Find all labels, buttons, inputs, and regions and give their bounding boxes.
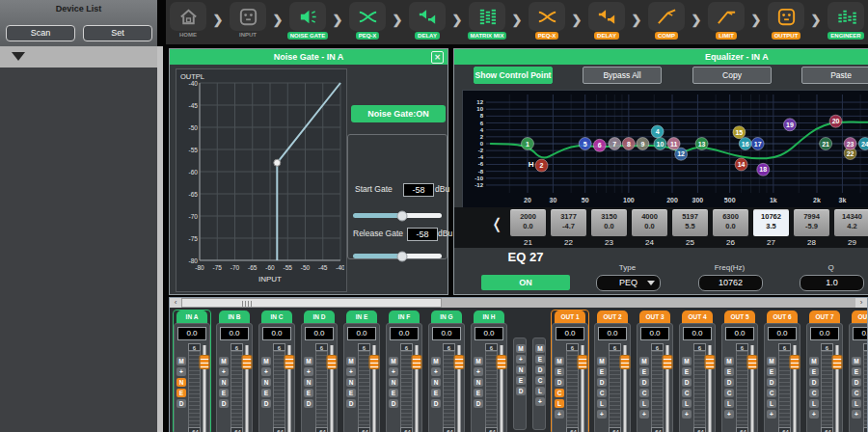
master-button[interactable]: E [516, 376, 526, 385]
comp-button[interactable]: C [852, 389, 861, 397]
toolbar-item-noise-gate[interactable]: NOISE GATE [285, 0, 330, 40]
limit-button[interactable]: L [724, 399, 734, 408]
channel-tab[interactable]: OUT 8 [852, 310, 868, 323]
channel-tab[interactable]: OUT 3 [639, 310, 670, 323]
start-gate-slider-knob[interactable] [396, 210, 407, 221]
band-box-28[interactable]: 7994-5.9 [794, 209, 829, 236]
eq-button[interactable]: E [261, 389, 271, 397]
delay-button[interactable]: D [176, 399, 186, 408]
noisegate-button[interactable]: N [176, 378, 186, 387]
link-button[interactable]: + [261, 367, 271, 376]
mute-button[interactable]: M [219, 357, 229, 365]
delay-button[interactable]: D [767, 378, 776, 387]
noise-gate-power-button[interactable]: Noise Gate:ON [351, 105, 446, 122]
mute-button[interactable]: M [809, 357, 819, 365]
toolbar-item-home[interactable]: HOME [166, 0, 210, 38]
delay-button[interactable]: D [304, 399, 313, 408]
close-icon[interactable] [431, 51, 444, 64]
mute-button[interactable]: M [724, 357, 734, 365]
gain-value[interactable]: 0.0 [725, 327, 754, 340]
noisegate-button[interactable]: N [304, 378, 313, 387]
mute-button[interactable]: M [431, 357, 441, 365]
eq-point-7[interactable]: 7 [609, 138, 621, 150]
gain-value[interactable]: 0.0 [262, 327, 291, 340]
delay-button[interactable]: D [389, 399, 398, 408]
toolbar-item-delay[interactable]: DELAY [584, 0, 629, 40]
band-box-23[interactable]: 31500.0 [591, 209, 627, 236]
limit-button[interactable]: L [809, 399, 819, 408]
delay-button[interactable]: D [431, 399, 441, 408]
scroll-right-icon[interactable] [855, 298, 867, 308]
channel-tab[interactable]: IN C [261, 310, 292, 323]
link-button[interactable]: + [389, 367, 398, 376]
master-button[interactable]: + [535, 397, 545, 406]
channel-tab[interactable]: IN B [219, 310, 250, 323]
release-gate-value[interactable]: -58 [407, 228, 438, 241]
mixer-scrollbar-thumb[interactable] [181, 298, 442, 308]
eq-point-16[interactable]: 16 [739, 138, 751, 150]
release-gate-slider[interactable] [353, 254, 442, 258]
limit-button[interactable]: L [555, 399, 564, 408]
master-button[interactable]: E [535, 355, 545, 364]
band-box-25[interactable]: 51975.5 [672, 209, 708, 236]
limit-button[interactable]: L [639, 399, 649, 408]
channel-tab[interactable]: IN D [304, 310, 335, 323]
gain-value[interactable]: 0.0 [683, 327, 712, 340]
gain-value[interactable]: 0.0 [640, 327, 669, 340]
link-button[interactable]: + [724, 410, 734, 418]
eq-button[interactable]: E [809, 367, 819, 376]
fader-handle[interactable] [241, 355, 252, 369]
fader-handle[interactable] [496, 355, 506, 369]
mute-button[interactable]: M [176, 357, 186, 365]
eq-button[interactable]: E [389, 389, 398, 397]
gain-value[interactable]: 0.0 [305, 327, 334, 340]
channel-tab[interactable]: OUT 4 [682, 310, 713, 323]
master-button[interactable]: C [535, 376, 545, 385]
noisegate-button[interactable]: N [261, 378, 271, 387]
channel-tab[interactable]: OUT 6 [767, 310, 798, 323]
channel-fader[interactable] [243, 343, 250, 432]
channel-tab[interactable]: OUT 5 [724, 310, 755, 323]
link-button[interactable]: + [767, 410, 776, 418]
band-box-27[interactable]: 107623.5 [753, 209, 789, 236]
noisegate-button[interactable]: N [389, 378, 398, 387]
fader-handle[interactable] [326, 355, 337, 369]
fader-handle[interactable] [619, 355, 630, 369]
tree-expand-icon[interactable] [12, 52, 25, 61]
q-field[interactable]: 1.0 [800, 275, 864, 291]
link-button[interactable]: + [852, 410, 861, 418]
channel-tab[interactable]: IN H [474, 310, 504, 323]
mute-button[interactable]: M [767, 357, 776, 365]
comp-button[interactable]: C [555, 389, 564, 397]
link-button[interactable]: + [809, 410, 819, 418]
gain-value[interactable]: 0.0 [220, 327, 249, 340]
band-scroll-left-icon[interactable] [491, 215, 503, 232]
comp-button[interactable]: C [597, 389, 607, 397]
eq-button[interactable]: E [304, 389, 313, 397]
scroll-left-icon[interactable] [170, 298, 181, 308]
eq-point-17[interactable]: 17 [751, 138, 764, 150]
link-button[interactable]: + [431, 367, 441, 376]
master-button[interactable]: N [516, 365, 526, 374]
sidebar-scrollbar[interactable] [157, 46, 163, 432]
link-button[interactable]: + [555, 410, 564, 418]
channel-fader[interactable] [328, 343, 335, 432]
eq-button[interactable]: E [639, 367, 649, 376]
type-dropdown[interactable]: PEQ [596, 275, 661, 291]
link-button[interactable]: + [346, 367, 356, 376]
delay-button[interactable]: D [852, 378, 861, 387]
fader-handle[interactable] [789, 355, 800, 369]
delay-button[interactable]: D [261, 399, 271, 408]
comp-button[interactable]: C [682, 389, 692, 397]
mute-button[interactable]: M [682, 357, 692, 365]
delay-button[interactable]: D [682, 378, 692, 387]
fader-handle[interactable] [453, 355, 464, 369]
mute-button[interactable]: M [346, 357, 356, 365]
comp-button[interactable]: C [724, 389, 734, 397]
eq-point-24[interactable]: 24 [858, 138, 868, 150]
eq-point-8[interactable]: 8 [622, 138, 635, 150]
eq-button[interactable]: E [176, 389, 186, 397]
link-button[interactable]: + [682, 410, 692, 418]
fader-handle[interactable] [411, 355, 421, 369]
channel-fader[interactable] [748, 343, 755, 432]
